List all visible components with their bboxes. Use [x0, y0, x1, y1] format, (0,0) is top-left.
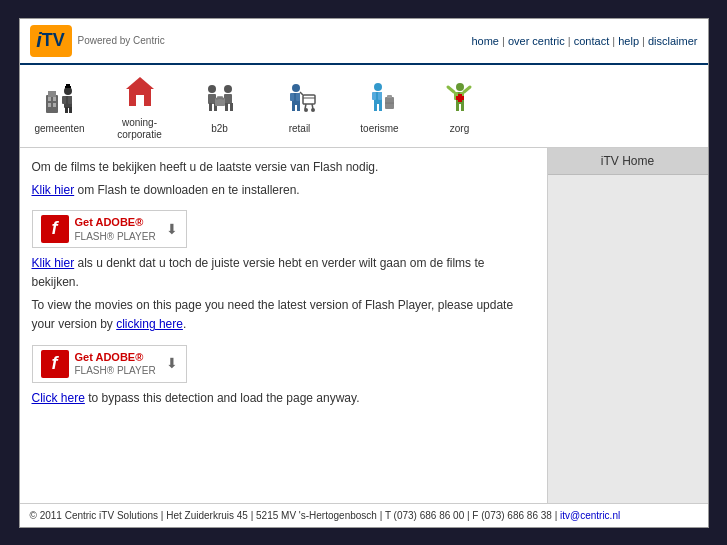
nav-label-b2b: b2b — [211, 123, 228, 135]
svg-rect-22 — [209, 103, 212, 111]
svg-rect-13 — [66, 84, 70, 88]
svg-rect-33 — [297, 104, 300, 111]
svg-rect-55 — [461, 103, 464, 111]
nav-label-retail: retail — [289, 123, 311, 135]
svg-rect-3 — [53, 97, 56, 101]
nav-item-gemeenten[interactable]: gemeenten — [30, 77, 90, 135]
click-here-bypass-link[interactable]: Click here — [32, 391, 85, 405]
logo-box: iTV — [30, 25, 72, 57]
flash-badge-2[interactable]: f Get ADOBE® FLASH® PLAYER ⬇ — [32, 345, 187, 383]
svg-rect-24 — [225, 103, 228, 111]
flash-link-row-2: Klik hier als u denkt dat u toch de juis… — [32, 254, 535, 292]
svg-rect-9 — [68, 96, 72, 104]
flash-icon-2: f — [41, 350, 69, 378]
footer-email-link[interactable]: itv@centric.nl — [560, 510, 620, 521]
svg-rect-0 — [46, 95, 58, 113]
svg-point-19 — [224, 85, 232, 93]
svg-rect-25 — [230, 103, 233, 111]
svg-point-38 — [304, 108, 308, 112]
download-arrow-1: ⬇ — [166, 218, 178, 240]
logo: iTV Powered by Centric — [30, 25, 165, 57]
svg-line-40 — [300, 92, 303, 95]
nav-label-toerisme: toerisme — [360, 123, 398, 135]
flash-notice-3: To view the movies on this page you need… — [32, 296, 535, 334]
svg-marker-14 — [126, 77, 154, 89]
svg-rect-44 — [378, 92, 382, 100]
svg-point-50 — [456, 83, 464, 91]
footer-text: © 2011 Centric iTV Solutions | Het Zuide… — [30, 510, 558, 521]
nav-item-toerisme[interactable]: toerisme — [350, 77, 410, 135]
svg-rect-16 — [136, 95, 144, 106]
svg-rect-1 — [48, 91, 56, 97]
svg-rect-34 — [303, 95, 315, 104]
svg-rect-30 — [290, 93, 294, 101]
over-centric-link[interactable]: over centric — [508, 35, 565, 47]
svg-rect-4 — [48, 103, 51, 107]
nav-bar: gemeenten woning- corporatie — [20, 65, 708, 148]
flash-link-row-1: Klik hier om Flash te downloaden en te i… — [32, 181, 535, 200]
flash-icon-1: f — [41, 215, 69, 243]
svg-rect-45 — [374, 103, 377, 111]
svg-rect-20 — [208, 94, 216, 104]
main-content: Om de films te bekijken heeft u de laats… — [20, 148, 548, 503]
download-arrow-2: ⬇ — [166, 352, 178, 374]
nav-label-gemeenten: gemeenten — [34, 123, 84, 135]
toerisme-icon — [358, 77, 402, 121]
nav-item-woning[interactable]: woning- corporatie — [110, 71, 170, 141]
nav-item-zorg[interactable]: zorg — [430, 77, 490, 135]
svg-rect-48 — [387, 95, 392, 98]
nav-label-zorg: zorg — [450, 123, 469, 135]
svg-rect-2 — [48, 97, 51, 101]
klik-hier-link-1[interactable]: Klik hier — [32, 183, 75, 197]
help-link[interactable]: help — [618, 35, 639, 47]
gemeenten-icon — [38, 77, 82, 121]
contact-link[interactable]: contact — [574, 35, 609, 47]
clicking-here-link[interactable]: clicking here — [116, 317, 183, 331]
disclaimer-link[interactable]: disclaimer — [648, 35, 698, 47]
nav-label-woning: woning- corporatie — [117, 117, 161, 141]
page-wrapper: iTV Powered by Centric home | over centr… — [0, 0, 727, 545]
header: iTV Powered by Centric home | over centr… — [20, 19, 708, 65]
svg-rect-46 — [379, 103, 382, 111]
sidebar: iTV Home — [548, 148, 708, 503]
svg-rect-21 — [224, 94, 232, 104]
svg-point-28 — [292, 84, 300, 92]
svg-rect-57 — [456, 96, 464, 100]
content-area: Om de films te bekijken heeft u de laats… — [20, 148, 708, 503]
svg-point-6 — [64, 87, 72, 95]
svg-point-18 — [208, 85, 216, 93]
bypass-notice: Click here to bypass this detection and … — [32, 389, 535, 408]
svg-rect-11 — [69, 107, 72, 113]
svg-rect-10 — [65, 107, 68, 113]
svg-rect-54 — [456, 103, 459, 111]
svg-rect-43 — [372, 92, 376, 100]
klik-hier-link-2[interactable]: Klik hier — [32, 256, 75, 270]
retail-icon — [278, 77, 322, 121]
woning-icon — [118, 71, 162, 115]
svg-line-59 — [464, 87, 470, 92]
svg-line-58 — [448, 87, 454, 92]
b2b-icon — [198, 77, 242, 121]
sidebar-title: iTV Home — [548, 148, 708, 175]
svg-rect-8 — [62, 96, 66, 104]
home-link[interactable]: home — [471, 35, 499, 47]
svg-point-41 — [374, 83, 382, 91]
flash-badge-2-text: Get ADOBE® FLASH® PLAYER — [75, 350, 156, 377]
svg-point-39 — [311, 108, 315, 112]
svg-rect-31 — [296, 93, 300, 101]
footer: © 2011 Centric iTV Solutions | Het Zuide… — [20, 503, 708, 527]
powered-by-text: Powered by Centric — [78, 35, 165, 46]
top-nav-links: home | over centric | contact | help | d… — [471, 35, 697, 47]
browser-window: iTV Powered by Centric home | over centr… — [19, 18, 709, 528]
flash-notice-1: Om de films te bekijken heeft u de laats… — [32, 158, 535, 177]
svg-rect-5 — [53, 103, 56, 107]
zorg-icon — [438, 77, 482, 121]
nav-item-retail[interactable]: retail — [270, 77, 330, 135]
nav-item-b2b[interactable]: b2b — [190, 77, 250, 135]
flash-badge-1[interactable]: f Get ADOBE® FLASH® PLAYER ⬇ — [32, 210, 187, 248]
flash-badge-1-text: Get ADOBE® FLASH® PLAYER — [75, 215, 156, 242]
svg-rect-32 — [292, 104, 295, 111]
